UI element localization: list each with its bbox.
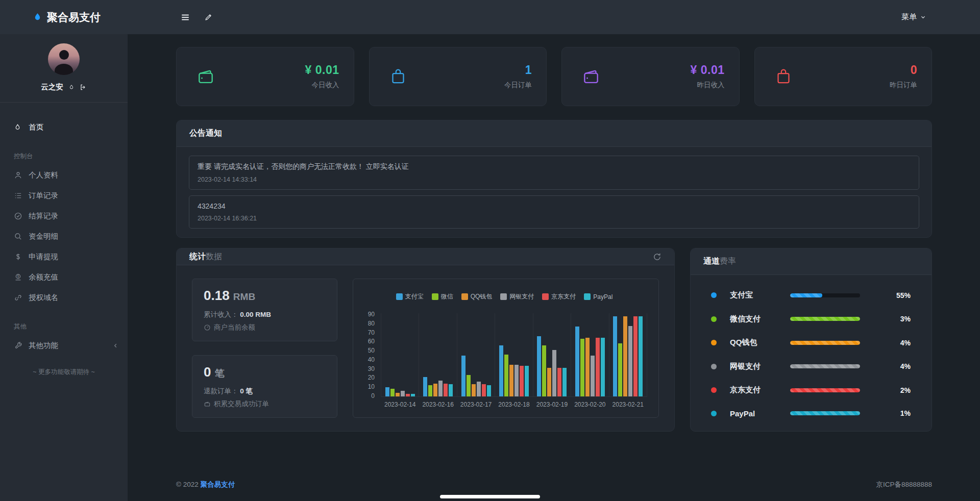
bar-微信 bbox=[618, 343, 622, 396]
dollar-icon bbox=[14, 253, 22, 261]
stat-card-yesterday-orders: 0 昨日订单 bbox=[754, 47, 933, 106]
logout-icon[interactable] bbox=[80, 84, 87, 91]
sidebar-item-orders[interactable]: 订单记录 bbox=[0, 185, 128, 206]
bar-微信 bbox=[504, 355, 508, 396]
x-tick-label: 2023-02-18 bbox=[495, 401, 532, 408]
bar-PayPal bbox=[525, 366, 529, 396]
bag-icon bbox=[774, 67, 794, 86]
stat-value: ¥ 0.01 bbox=[305, 63, 339, 77]
chart-legend: 支付宝微信QQ钱包网银支付京东支付PayPal bbox=[361, 292, 647, 301]
sidebar-item-funds[interactable]: 资金明细 bbox=[0, 226, 128, 246]
avatar bbox=[48, 43, 80, 75]
bar-微信 bbox=[467, 375, 471, 396]
channel-rates-title: 通道 bbox=[703, 256, 720, 267]
bar-网银支付 bbox=[477, 382, 481, 396]
announcement-time: 2023-02-14 14:33:14 bbox=[198, 176, 911, 183]
footer-brand-link[interactable]: 聚合易支付 bbox=[201, 481, 235, 488]
divider bbox=[0, 102, 128, 103]
sidebar-item-other-functions[interactable]: 其他功能 bbox=[0, 335, 128, 356]
y-tick-label: 90 bbox=[361, 311, 375, 317]
channel-row-wechat: 微信支付 3% bbox=[711, 314, 911, 324]
legend-item[interactable]: QQ钱包 bbox=[461, 292, 493, 301]
legend-item[interactable]: PayPal bbox=[584, 292, 612, 301]
bar-微信 bbox=[390, 389, 395, 396]
bar-PayPal bbox=[639, 316, 643, 396]
wallet-icon bbox=[196, 67, 215, 86]
channel-row-alipay: 支付宝 55% bbox=[711, 290, 911, 300]
announcement-title: 公告通知 bbox=[189, 128, 222, 139]
legend-item[interactable]: 微信 bbox=[432, 292, 453, 301]
realname-link[interactable]: 立即实名认证 bbox=[366, 162, 409, 170]
sidebar-item-profile[interactable]: 个人资料 bbox=[0, 165, 128, 185]
y-tick-label: 80 bbox=[361, 320, 375, 327]
statistics-title: 统计 bbox=[189, 252, 206, 262]
progress-bar bbox=[790, 293, 860, 297]
check-circle-icon bbox=[14, 212, 22, 220]
x-tick-label: 2023-02-20 bbox=[571, 401, 608, 408]
legend-item[interactable]: 网银支付 bbox=[500, 292, 534, 301]
sidebar-item-home[interactable]: 首页 bbox=[0, 117, 128, 137]
menu-dropdown[interactable]: 菜单 bbox=[901, 12, 926, 22]
channel-dot bbox=[711, 387, 717, 393]
balance-panel: 0.18 RMB 累计收入： 0.00 RMB 商户当前余额 bbox=[192, 279, 337, 341]
list-icon bbox=[14, 191, 22, 200]
bar-京东支付 bbox=[520, 366, 524, 396]
x-tick-label: 2023-02-21 bbox=[609, 401, 647, 408]
stat-card-today-orders: 1 今日订单 bbox=[369, 47, 547, 106]
statistics-card: 统计数据 0.18 RMB 累计收入： 0.00 RMB bbox=[176, 248, 675, 432]
legend-item[interactable]: 支付宝 bbox=[396, 292, 424, 301]
legend-swatch bbox=[542, 293, 549, 300]
stat-value: 0 bbox=[890, 63, 917, 77]
chart-y-axis: 9080706050403020100 bbox=[361, 311, 375, 399]
bar-PayPal bbox=[601, 338, 605, 396]
bar-支付宝 bbox=[385, 387, 389, 396]
bar-QQ钱包 bbox=[623, 316, 627, 396]
bar-支付宝 bbox=[461, 356, 465, 396]
refund-panel: 0 笔 退款订单： 0 笔 积累交易成功订单 bbox=[192, 355, 337, 418]
link-icon bbox=[14, 293, 22, 302]
copyright: © 2022 聚合易支付 bbox=[176, 480, 235, 489]
sidebar-item-recharge[interactable]: $ 余额充值 bbox=[0, 267, 128, 287]
brand-title: 聚合易支付 bbox=[47, 10, 101, 24]
icp-number: 京ICP备88888888 bbox=[876, 480, 932, 489]
bar-PayPal bbox=[562, 368, 567, 396]
bar-京东支付 bbox=[633, 316, 638, 396]
menu-label: 菜单 bbox=[901, 12, 917, 22]
sidebar-toggle-button[interactable] bbox=[181, 13, 190, 22]
stat-cards-row: ¥ 0.01 今日收入 1 今日订单 ¥ 0.01 昨日收入 bbox=[176, 47, 932, 106]
bar-QQ钱包 bbox=[509, 365, 513, 396]
statistics-header: 统计数据 bbox=[177, 248, 674, 265]
bar-支付宝 bbox=[575, 327, 579, 396]
legend-swatch bbox=[432, 293, 438, 300]
sidebar-item-withdraw[interactable]: 申请提现 bbox=[0, 246, 128, 267]
bar-支付宝 bbox=[537, 336, 541, 396]
sidebar-item-domains[interactable]: 授权域名 bbox=[0, 287, 128, 308]
bar-网银支付 bbox=[401, 391, 405, 396]
stat-card-today-income: ¥ 0.01 今日收入 bbox=[176, 47, 354, 106]
bar-chart: 支付宝微信QQ钱包网银支付京东支付PayPal 9080706050403020… bbox=[353, 279, 659, 418]
channel-dot bbox=[711, 411, 717, 416]
stat-label: 昨日订单 bbox=[890, 81, 917, 90]
progress-bar bbox=[790, 364, 860, 368]
refresh-icon[interactable] bbox=[653, 253, 662, 261]
legend-item[interactable]: 京东支付 bbox=[542, 292, 576, 301]
sidebar-note: ~ 更多功能敬请期待 ~ bbox=[0, 368, 128, 377]
y-tick-label: 30 bbox=[361, 366, 375, 372]
main-content: ¥ 0.01 今日收入 1 今日订单 ¥ 0.01 昨日收入 bbox=[128, 34, 980, 501]
bar-网银支付 bbox=[438, 381, 443, 396]
coin-icon: $ bbox=[14, 273, 22, 282]
gauge-icon bbox=[204, 324, 211, 331]
sidebar-item-settlements[interactable]: 结算记录 bbox=[0, 206, 128, 226]
bar-微信 bbox=[542, 345, 546, 396]
announcement-time: 2023-02-14 16:36:21 bbox=[198, 215, 911, 222]
svg-text:$: $ bbox=[17, 274, 19, 278]
bar-京东支付 bbox=[596, 338, 600, 396]
bar-京东支付 bbox=[444, 384, 448, 397]
stat-card-yesterday-income: ¥ 0.01 昨日收入 bbox=[561, 47, 740, 106]
bar-微信 bbox=[580, 339, 584, 396]
bar-PayPal bbox=[487, 385, 491, 396]
channel-row-jd: 京东支付 2% bbox=[711, 385, 911, 395]
brand[interactable]: 聚合易支付 bbox=[0, 10, 128, 24]
sidebar-section-console: 控制台 bbox=[0, 148, 128, 161]
edit-pencil-button[interactable] bbox=[204, 13, 213, 21]
